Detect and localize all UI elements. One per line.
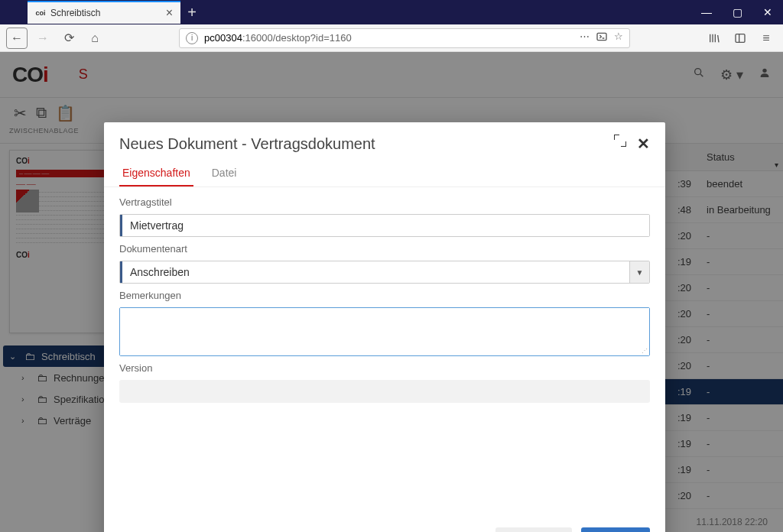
reader-mode-icon[interactable]: [596, 31, 608, 45]
page-actions-icon[interactable]: ⋯: [580, 31, 590, 45]
library-icon[interactable]: [703, 28, 725, 49]
label-bemerkungen: Bemerkungen: [119, 290, 650, 301]
url-host: pc00304: [204, 32, 242, 44]
browser-address-bar: ← → ⟳ ⌂ i pc00304:16000/desktop?id=1160 …: [0, 24, 783, 52]
browser-menu-button[interactable]: ≡: [755, 28, 777, 49]
sidebar-toggle-icon[interactable]: [729, 28, 751, 49]
textarea-bemerkungen[interactable]: [120, 308, 649, 355]
dialog-close-button[interactable]: ✕: [637, 135, 650, 153]
nav-home-button[interactable]: ⌂: [84, 28, 106, 49]
label-vertragstitel: Vertragstitel: [119, 196, 650, 208]
resize-handle-icon[interactable]: ⋰: [642, 347, 648, 354]
nav-back-button[interactable]: ←: [6, 28, 28, 49]
url-path: :16000/desktop?id=1160: [242, 32, 352, 44]
cancel-button[interactable]: Abbrechen: [495, 527, 572, 532]
bookmark-icon[interactable]: ☆: [614, 31, 623, 45]
input-version: [119, 380, 650, 403]
field-version: [119, 380, 650, 403]
select-dokumentenart[interactable]: [122, 261, 629, 283]
nav-forward-button: →: [32, 28, 54, 49]
window-minimize-button[interactable]: —: [691, 0, 722, 24]
input-vertragstitel[interactable]: [122, 215, 649, 236]
window-maximize-button[interactable]: ▢: [722, 0, 752, 24]
browser-titlebar: coi Schreibtisch × + — ▢ ✕: [0, 0, 783, 24]
expand-icon[interactable]: [614, 135, 626, 147]
tab-close-icon[interactable]: ×: [166, 6, 173, 20]
label-version: Version: [119, 362, 650, 374]
field-dokumentenart[interactable]: ▼: [119, 261, 650, 284]
dropdown-button[interactable]: ▼: [629, 261, 649, 283]
nav-reload-button[interactable]: ⟳: [58, 28, 80, 49]
svg-rect-1: [736, 34, 745, 42]
dialog-tab-eigenschaften[interactable]: Eigenschaften: [119, 161, 193, 187]
url-input[interactable]: i pc00304:16000/desktop?id=1160 ⋯ ☆: [179, 28, 630, 48]
tab-favicon: coi: [35, 8, 46, 18]
new-tab-button[interactable]: +: [180, 1, 203, 24]
field-bemerkungen[interactable]: ⋰: [119, 307, 650, 356]
site-info-icon[interactable]: i: [186, 32, 198, 44]
dialog-tab-datei[interactable]: Datei: [209, 161, 240, 187]
dialog-title: Neues Dokument - Vertragsdokument: [119, 135, 375, 153]
field-vertragstitel[interactable]: [119, 214, 650, 237]
dialog-neues-dokument: Neues Dokument - Vertragsdokument ✕ Eige…: [104, 122, 665, 532]
window-close-button[interactable]: ✕: [752, 0, 783, 24]
browser-tab[interactable]: coi Schreibtisch ×: [28, 1, 180, 24]
ok-button[interactable]: Ok: [581, 527, 650, 532]
label-dokumentenart: Dokumentenart: [119, 243, 650, 255]
tab-title: Schreibtisch: [50, 8, 100, 18]
